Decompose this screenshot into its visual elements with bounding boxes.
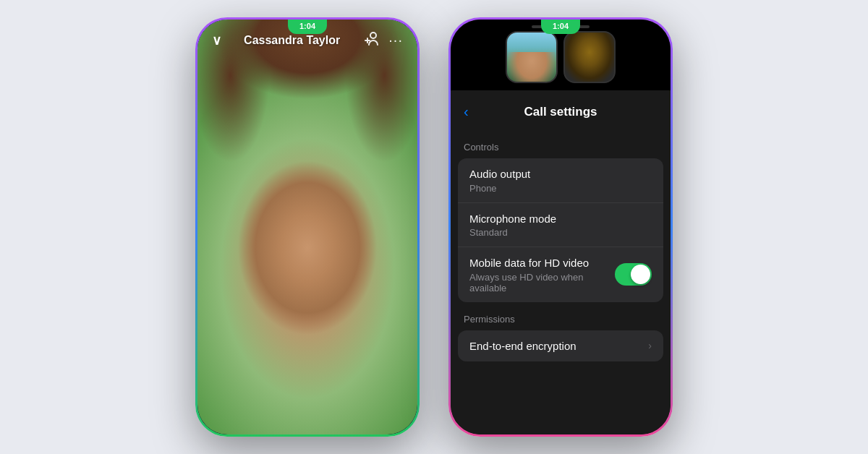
more-icon[interactable]: ···: [388, 32, 403, 48]
hd-video-row[interactable]: Mobile data for HD video Always use HD v…: [458, 247, 663, 302]
microphone-mode-subtitle: Standard: [469, 227, 652, 238]
controls-group: Audio output Phone Microphone mode Stand…: [458, 158, 663, 302]
audio-output-row[interactable]: Audio output Phone: [458, 158, 663, 203]
left-phone: 1:04 ∨ Cassandra Taylor ···: [195, 17, 420, 437]
permissions-group: End-to-end encryption ›: [458, 330, 663, 362]
right-phone: 1:04 ‹ Call settings Controls Audio: [448, 17, 673, 437]
controls-section-label: Controls: [451, 130, 671, 158]
encryption-row[interactable]: End-to-end encryption ›: [458, 330, 663, 362]
toggle-knob: [631, 265, 650, 284]
microphone-mode-row[interactable]: Microphone mode Standard: [458, 203, 663, 248]
hd-video-subtitle: Always use HD video when available: [469, 272, 615, 294]
pip-thumb-self[interactable]: [563, 31, 616, 83]
right-call-duration: 1:04: [541, 20, 580, 34]
back-button[interactable]: ‹: [464, 100, 475, 123]
call-action-buttons: ···: [362, 31, 403, 49]
audio-output-subtitle: Phone: [469, 183, 652, 194]
minimize-chevron-icon[interactable]: ∨: [212, 33, 221, 48]
permissions-section-label: Permissions: [451, 302, 671, 330]
audio-output-title: Audio output: [469, 167, 652, 181]
chevron-right-icon: ›: [648, 340, 652, 351]
hd-video-toggle[interactable]: [615, 263, 652, 286]
microphone-mode-title: Microphone mode: [469, 212, 652, 226]
left-call-duration: 1:04: [288, 20, 327, 34]
caller-name: Cassandra Taylor: [244, 34, 340, 47]
video-feed: [197, 20, 417, 434]
pip-thumb-caller[interactable]: [506, 31, 558, 83]
encryption-title: End-to-end encryption: [469, 339, 648, 354]
hd-video-title: Mobile data for HD video: [469, 256, 615, 270]
settings-title: Call settings: [524, 105, 597, 119]
settings-panel: ‹ Call settings Controls Audio output Ph…: [451, 90, 671, 434]
settings-header: ‹ Call settings: [451, 90, 671, 130]
add-person-icon[interactable]: [362, 31, 378, 49]
